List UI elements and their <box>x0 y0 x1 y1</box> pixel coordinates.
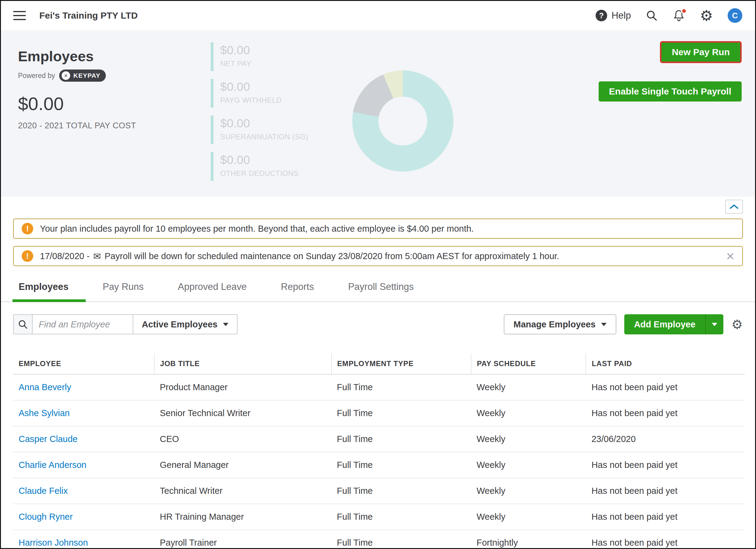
last-paid-cell: 23/06/2020 <box>586 426 745 452</box>
employment-type-cell: Full Time <box>331 530 471 549</box>
job-title-cell: General Manager <box>154 452 331 478</box>
employee-cell: Anna Beverly <box>13 374 154 400</box>
pay-schedule-cell: Weekly <box>471 374 586 400</box>
help-label: Help <box>611 10 631 21</box>
table-settings-gear-icon[interactable]: ⚙ <box>731 317 743 332</box>
chevron-down-icon <box>223 323 228 326</box>
settings-gear-icon[interactable]: ⚙ <box>700 8 713 23</box>
envelope-icon: ✉ <box>93 251 101 262</box>
help-button[interactable]: ? Help <box>596 10 631 21</box>
collapse-hero-button[interactable] <box>725 200 743 214</box>
close-icon[interactable]: × <box>726 249 734 263</box>
company-name: Fei's Training PTY LTD <box>39 10 138 21</box>
add-employee-dropdown[interactable] <box>705 314 723 334</box>
total-pay-cost-label: 2020 - 2021 TOTAL PAY COST <box>18 121 136 131</box>
job-title-cell: CEO <box>154 426 331 452</box>
chevron-down-icon <box>601 323 607 326</box>
help-icon: ? <box>596 10 607 21</box>
keypay-logo: ✕ KEYPAY <box>59 70 106 82</box>
table-row: Charlie Anderson General Manager Full Ti… <box>13 452 745 478</box>
page-title: Employees <box>18 48 136 65</box>
employment-type-cell: Full Time <box>331 478 471 504</box>
job-title-cell: Senior Technical Writer <box>154 400 331 426</box>
stat-superannuation: $0.00 SUPERANNUATION (SG) <box>211 116 308 144</box>
pay-schedule-cell: Weekly <box>471 400 586 426</box>
employee-link[interactable]: Anna Beverly <box>19 382 71 392</box>
topbar: Fei's Training PTY LTD ? Help ⚙ <box>1 1 755 30</box>
employee-cell: Casper Claude <box>13 426 154 452</box>
tab-pay-runs[interactable]: Pay Runs <box>86 279 161 301</box>
last-paid-cell: Has not been paid yet <box>586 504 745 530</box>
employee-link[interactable]: Casper Claude <box>19 434 77 444</box>
stat-payg-withheld: $0.00 PAYG WITHHELD <box>211 79 308 108</box>
plan-alert-text: Your plan includes payroll for 10 employ… <box>40 224 474 234</box>
col-employee: EMPLOYEE <box>13 353 154 374</box>
table-row: Clough Ryner HR Training Manager Full Ti… <box>13 504 745 530</box>
tab-approved-leave[interactable]: Approved Leave <box>161 279 264 301</box>
enable-stp-button[interactable]: Enable Single Touch Payroll <box>599 81 742 102</box>
employee-cell: Ashe Sylvian <box>13 400 154 426</box>
pay-schedule-cell: Weekly <box>471 504 586 530</box>
employee-cell: Claude Felix <box>13 478 154 504</box>
add-employee-button[interactable]: Add Employee <box>624 314 723 334</box>
table-row: Harrison Johnson Payroll Trainer Full Ti… <box>13 530 745 549</box>
employee-search-group: Active Employees <box>13 314 238 334</box>
chevron-up-icon <box>729 204 739 210</box>
last-paid-cell: Has not been paid yet <box>586 530 745 549</box>
employee-table: EMPLOYEE JOB TITLE EMPLOYMENT TYPE PAY S… <box>13 353 745 549</box>
col-last-paid: LAST PAID <box>586 353 745 374</box>
job-title-cell: Product Manager <box>154 374 331 400</box>
maintenance-alert-text: Payroll will be down for scheduled maint… <box>105 251 559 261</box>
employee-filter-dropdown[interactable]: Active Employees <box>133 314 238 334</box>
employee-link[interactable]: Claude Felix <box>19 486 68 496</box>
employee-link[interactable]: Ashe Sylvian <box>19 408 70 418</box>
pay-schedule-cell: Weekly <box>471 452 586 478</box>
new-pay-run-button[interactable]: New Pay Run <box>661 43 740 62</box>
tab-payroll-settings[interactable]: Payroll Settings <box>331 279 431 301</box>
job-title-cell: HR Training Manager <box>154 504 331 530</box>
toolbar-actions: Manage Employees Add Employee ⚙ <box>504 314 743 334</box>
hero-collapse-row <box>1 197 755 214</box>
tab-employees[interactable]: Employees <box>13 279 86 301</box>
employee-link[interactable]: Harrison Johnson <box>19 538 88 547</box>
notification-dot <box>681 8 687 14</box>
maintenance-alert: ! 17/08/2020 - ✉ Payroll will be down fo… <box>13 246 743 266</box>
pay-schedule-cell: Weekly <box>471 426 586 452</box>
employee-toolbar: Active Employees Manage Employees Add Em… <box>1 314 755 334</box>
col-employment-type: EMPLOYMENT TYPE <box>331 353 471 374</box>
hamburger-menu-icon[interactable] <box>13 11 26 20</box>
pay-stats: $0.00 NET PAY $0.00 PAYG WITHHELD $0.00 … <box>211 42 308 189</box>
chevron-down-icon <box>712 323 717 326</box>
employee-cell: Clough Ryner <box>13 504 154 530</box>
search-icon[interactable] <box>646 9 658 22</box>
tab-reports[interactable]: Reports <box>264 279 331 301</box>
notifications-bell-icon[interactable] <box>672 9 685 22</box>
total-pay-cost-amount: $0.00 <box>18 93 136 114</box>
maintenance-alert-date: 17/08/2020 - <box>40 251 90 261</box>
stat-other-deductions: $0.00 OTHER DEDUCTIONS <box>211 152 308 181</box>
last-paid-cell: Has not been paid yet <box>586 374 745 400</box>
table-row: Anna Beverly Product Manager Full Time W… <box>13 374 745 400</box>
search-icon[interactable] <box>13 314 33 334</box>
plan-alert: ! Your plan includes payroll for 10 empl… <box>13 219 743 239</box>
last-paid-cell: Has not been paid yet <box>586 478 745 504</box>
pay-schedule-cell: Weekly <box>471 478 586 504</box>
avatar[interactable]: C <box>728 8 742 23</box>
col-pay-schedule: PAY SCHEDULE <box>471 353 586 374</box>
table-row: Ashe Sylvian Senior Technical Writer Ful… <box>13 400 745 426</box>
search-input[interactable] <box>33 314 133 334</box>
employment-type-cell: Full Time <box>331 426 471 452</box>
employee-link[interactable]: Clough Ryner <box>19 512 73 522</box>
employee-link[interactable]: Charlie Anderson <box>19 460 86 470</box>
col-job-title: JOB TITLE <box>154 353 331 374</box>
warning-icon: ! <box>22 250 33 262</box>
new-pay-run-highlight: New Pay Run <box>660 41 742 63</box>
last-paid-cell: Has not been paid yet <box>586 452 745 478</box>
manage-employees-button[interactable]: Manage Employees <box>504 314 616 334</box>
employee-cell: Harrison Johnson <box>13 530 154 549</box>
alerts: ! Your plan includes payroll for 10 empl… <box>1 214 755 266</box>
employment-type-cell: Full Time <box>331 374 471 400</box>
employment-type-cell: Full Time <box>331 504 471 530</box>
pay-breakdown-donut-chart <box>352 70 453 172</box>
app-window: Fei's Training PTY LTD ? Help ⚙ <box>0 0 756 549</box>
